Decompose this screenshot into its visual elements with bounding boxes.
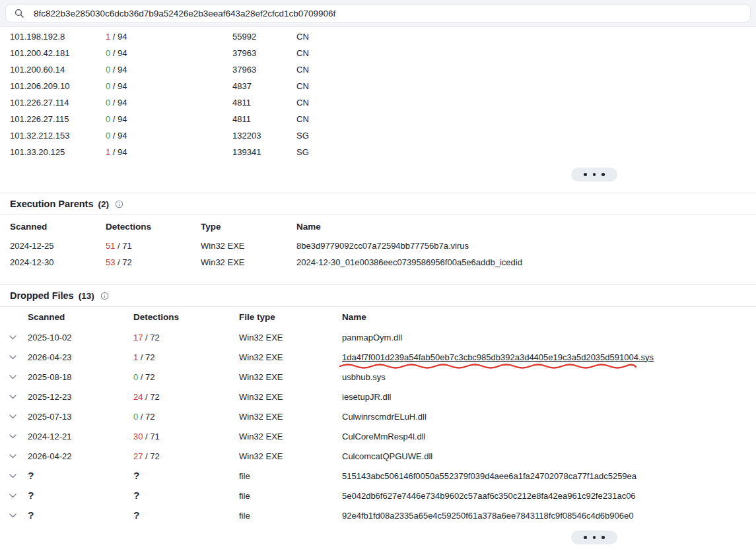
table-row: 2025-07-13 0 / 72 Win32 EXE Culwinrscmdr…	[0, 406, 756, 426]
chevron-down-icon[interactable]	[9, 395, 28, 399]
table-row: 101.200.42.181 0 / 94 37963 CN	[0, 45, 756, 61]
scanned-cell: ?	[28, 470, 133, 482]
filetype-cell: Win32 EXE	[239, 451, 342, 461]
column-header: Type	[201, 222, 296, 232]
scanned-cell: 2025-08-18	[28, 372, 133, 382]
chevron-down-icon[interactable]	[9, 494, 28, 498]
show-more-button[interactable]	[571, 168, 617, 181]
contacted-ips-table: 101.198.192.8 1 / 94 55992 CN 101.200.42…	[0, 27, 756, 160]
table-row: 2024-12-25 51 / 71 Win32 EXE 8be3d977909…	[0, 238, 756, 254]
filetype-cell: Win32 EXE	[239, 352, 342, 362]
column-header: Name	[342, 312, 756, 322]
scanned-cell: ?	[28, 509, 133, 521]
chevron-down-icon[interactable]	[9, 414, 28, 419]
scanned-cell: 2025-12-23	[28, 392, 133, 402]
table-row: 2025-12-23 24 / 72 Win32 EXE iesetupJR.d…	[0, 387, 756, 406]
table-row: 101.226.27.114 0 / 94 4811 CN	[0, 94, 756, 111]
filetype-cell: Win32 EXE	[239, 432, 342, 441]
ip-address[interactable]: 101.226.27.114	[10, 98, 106, 108]
scanned-cell: 2024-12-25	[10, 241, 106, 251]
column-header: Name	[296, 222, 756, 232]
scanned-cell: 2026-04-22	[28, 451, 133, 461]
file-name[interactable]: 8be3d9779092cc07a72594bb77756b7a.virus	[296, 241, 756, 251]
file-name[interactable]: usbhub.sys	[342, 372, 386, 382]
chevron-down-icon[interactable]	[9, 375, 28, 379]
chevron-down-icon[interactable]	[9, 474, 28, 478]
filetype-cell: Win32 EXE	[239, 412, 342, 422]
detections-cell: 1 / 94	[106, 32, 232, 42]
info-icon[interactable]	[115, 200, 123, 209]
ip-address[interactable]: 101.200.60.14	[10, 65, 106, 75]
chevron-down-icon[interactable]	[9, 454, 28, 459]
detections-cell: 51 / 71	[106, 241, 201, 251]
ellipsis-icon	[584, 173, 605, 176]
execution-parents-header: Execution Parents (2)	[0, 193, 756, 215]
asn-cell: 4811	[232, 98, 296, 108]
search-bar: 8fc822b3e285030c6dcb36d7b9a52426e2b3eeaf…	[0, 0, 756, 27]
type-cell: Win32 EXE	[201, 241, 296, 251]
detections-cell: 0 / 94	[106, 98, 232, 108]
filetype-cell: file	[239, 511, 342, 521]
show-more-button[interactable]	[571, 531, 617, 544]
detections-cell: 53 / 72	[106, 257, 201, 267]
asn-cell: 132203	[232, 131, 296, 141]
column-header: File type	[239, 312, 342, 322]
chevron-down-icon[interactable]	[9, 355, 28, 360]
file-name[interactable]: 92e4fb1fd08a2335a65e4c59250f61a378a6ee78…	[342, 511, 633, 521]
file-name[interactable]: panmapOym.dll	[342, 333, 402, 342]
country-cell: SG	[296, 147, 756, 157]
detections-cell: 0 / 94	[106, 48, 232, 58]
file-name[interactable]: 1da4f7f001d239a54fab50eb7c3cbc985db392a3…	[342, 352, 654, 362]
scanned-cell: 2024-12-21	[28, 432, 133, 441]
detections-cell: 0 / 94	[106, 65, 232, 75]
country-cell: CN	[296, 114, 756, 124]
asn-cell: 37963	[232, 48, 296, 58]
detections-cell: ?	[133, 470, 239, 482]
ip-address[interactable]: 101.33.20.125	[10, 147, 106, 157]
ip-address[interactable]: 101.198.192.8	[10, 32, 106, 42]
section-count: (2)	[98, 199, 110, 209]
ip-address[interactable]: 101.206.209.10	[10, 81, 106, 91]
country-cell: SG	[296, 131, 756, 141]
detections-cell: ?	[133, 509, 239, 521]
column-header: Scanned	[28, 312, 133, 322]
file-name[interactable]: 515143abc506146f0050a552379f039d4aee6a1f…	[342, 471, 636, 481]
ip-address[interactable]: 101.200.42.181	[10, 48, 106, 58]
table-row: 2026-04-23 1 / 72 Win32 EXE 1da4f7f001d2…	[0, 347, 756, 367]
file-name[interactable]: iesetupJR.dll	[342, 392, 391, 402]
search-icon	[15, 9, 24, 18]
scanned-cell: 2025-10-02	[28, 333, 133, 342]
file-name[interactable]: 5e042db6f627e7446e734b9602c57aaf6c350c21…	[342, 491, 636, 501]
section-title: Dropped Files	[10, 290, 74, 301]
detections-cell: 0 / 72	[133, 412, 239, 422]
section-count: (13)	[79, 291, 94, 301]
file-name[interactable]: CulwinrscmdrELuH.dll	[342, 412, 427, 422]
chevron-down-icon[interactable]	[9, 335, 28, 340]
ip-address[interactable]: 101.226.27.115	[10, 114, 106, 124]
chevron-down-icon[interactable]	[9, 513, 28, 518]
detections-cell: 17 / 72	[133, 333, 239, 342]
column-header: Scanned	[10, 222, 106, 232]
table-row: 101.198.192.8 1 / 94 55992 CN	[0, 28, 756, 45]
info-icon[interactable]	[100, 292, 109, 300]
asn-cell: 37963	[232, 65, 296, 75]
table-row: 2026-04-22 27 / 72 Win32 EXE CulcomcatQP…	[0, 446, 756, 466]
search-input[interactable]: 8fc822b3e285030c6dcb36d7b9a52426e2b3eeaf…	[5, 4, 751, 22]
country-cell: CN	[296, 65, 756, 75]
search-value: 8fc822b3e285030c6dcb36d7b9a52426e2b3eeaf…	[34, 9, 335, 18]
dropped-files-header: Dropped Files (13)	[0, 285, 756, 307]
table-row: 101.206.209.10 0 / 94 4837 CN	[0, 78, 756, 94]
asn-cell: 139341	[232, 147, 296, 157]
ip-address[interactable]: 101.32.212.153	[10, 131, 106, 141]
table-row: 101.226.27.115 0 / 94 4811 CN	[0, 111, 756, 127]
table-row: 101.200.60.14 0 / 94 37963 CN	[0, 61, 756, 78]
file-name[interactable]: CulcomcatQPGUWE.dll	[342, 451, 432, 461]
more-row	[0, 160, 756, 193]
file-name[interactable]: 2024-12-30_01e00386eec0739586956f00a5e6a…	[296, 257, 756, 267]
asn-cell: 4837	[232, 81, 296, 91]
country-cell: CN	[296, 81, 756, 91]
chevron-down-icon[interactable]	[9, 434, 28, 439]
file-name[interactable]: CulCoreMmResp4l.dll	[342, 432, 425, 441]
table-row: 101.32.212.153 0 / 94 132203 SG	[0, 127, 756, 144]
country-cell: CN	[296, 48, 756, 58]
